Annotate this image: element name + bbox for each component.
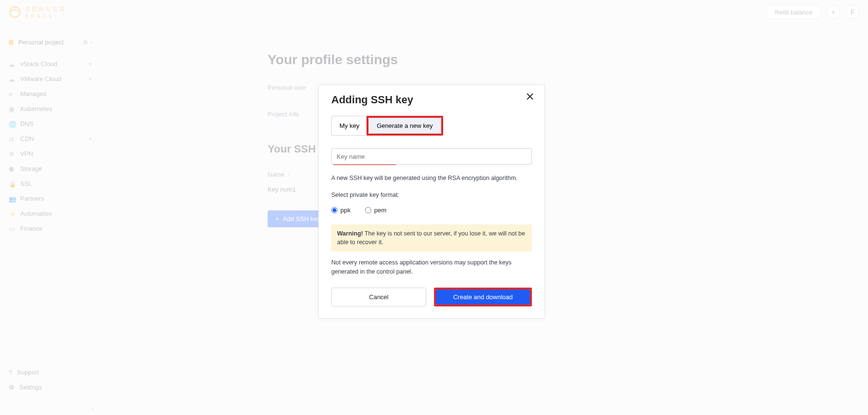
sidebar-item-label: Kubernetes (20, 105, 53, 112)
avatar[interactable]: F (846, 5, 859, 19)
sidebar-item-label: Partners (20, 195, 44, 202)
bolt-icon: ⚡ (9, 210, 15, 217)
sidebar-item-settings[interactable]: ⚙Settings (3, 380, 98, 395)
col-name: Name (268, 171, 285, 178)
project-name: Personal project (18, 39, 64, 46)
plus-icon[interactable]: + (88, 135, 92, 142)
sidebar-item-vmware-cloud[interactable]: ☁VMware Cloud+ (3, 71, 98, 86)
radio-ppk[interactable]: ppk (331, 207, 351, 214)
warning-box: Warning! The key is not sent to our serv… (331, 224, 532, 251)
sort-icon[interactable]: ↑ (287, 171, 291, 178)
tab-my-key[interactable]: My key (331, 116, 367, 136)
sidebar-item-kubernetes[interactable]: ▣Kubernetes (3, 101, 98, 116)
sidebar-item-label: VMware Cloud (20, 75, 61, 83)
hint-rsa: A new SSH key will be generated using th… (331, 174, 532, 183)
create-and-download-button[interactable]: Create and download (436, 290, 530, 304)
sidebar-item-support[interactable]: ?Support (3, 365, 98, 380)
gear-icon: ⚙ (9, 384, 14, 391)
logo-icon (9, 6, 21, 18)
sidebar-item-partners[interactable]: 👥Partners (3, 191, 98, 206)
warning-bold: Warning! (337, 230, 363, 237)
tab-project-info[interactable]: Project info (268, 111, 299, 118)
key-name-input[interactable] (331, 148, 532, 165)
sidebar-item-label: DNS (20, 120, 33, 127)
modal-title: Adding SSH key (331, 94, 532, 106)
cloud-icon: ☁ (9, 61, 15, 68)
sliders-icon: ≡ (9, 91, 15, 97)
tab-personal-user[interactable]: Personal user (268, 84, 306, 91)
highlight-create-button: Create and download (434, 288, 532, 306)
sidebar-item-finance[interactable]: ▭Finance (3, 221, 98, 236)
radio-pem-input[interactable] (365, 207, 371, 213)
add-ssh-key-modal: Adding SSH key My key Generate a new key… (318, 84, 545, 318)
users-icon: 👥 (9, 195, 15, 202)
sidebar-item-label: VPN (20, 150, 33, 157)
topbar: SERVER SPACE Refill balance + F (0, 0, 868, 24)
sidebar-item-dns[interactable]: 🌐DNS (3, 116, 98, 131)
sidebar-item-vstack-cloud[interactable]: ☁vStack Cloud+ (3, 56, 98, 71)
topbar-right: Refill balance + F (767, 5, 859, 19)
sidebar-item-ssl[interactable]: 🔒SSL (3, 176, 98, 191)
card-icon: ▭ (9, 225, 15, 232)
format-label: Select private key format: (331, 191, 532, 200)
tab-generate-new-key[interactable]: Generate a new key (368, 118, 441, 134)
sidebar-nav: ☁vStack Cloud+☁VMware Cloud+≡Managed▣Kub… (0, 56, 101, 360)
sidebar-item-automation[interactable]: ⚡Automation (3, 206, 98, 221)
sidebar-item-label: SSL (20, 180, 32, 187)
sidebar-item-label: vStack Cloud (20, 60, 57, 68)
add-ssh-label: Add SSH key (283, 215, 320, 222)
sidebar-item-label: Finance (20, 225, 42, 232)
lock-icon: 🔒 (9, 180, 15, 187)
globe-icon: 🌐 (9, 121, 15, 127)
sidebar-item-label: Managed (20, 90, 46, 97)
sidebar-item-storage[interactable]: ⬢Storage (3, 161, 98, 176)
brand-top: SERVER (25, 5, 67, 13)
plus-icon[interactable]: + (88, 60, 92, 68)
plus-icon[interactable]: + (88, 75, 92, 83)
sidebar-item-label: CDN (20, 135, 34, 142)
refill-balance-button[interactable]: Refill balance (767, 5, 821, 19)
add-circle-button[interactable]: + (827, 5, 840, 19)
cube-icon: ▣ (9, 106, 15, 112)
brand-logo: SERVER SPACE (9, 5, 67, 19)
sidebar-item-label: Storage (20, 165, 42, 172)
sidebar-bottom: ?Support⚙Settings (0, 360, 101, 401)
sidebar-item-label: Settings (19, 384, 42, 391)
radio-ppk-label: ppk (340, 207, 351, 214)
sidebar-item-cdn[interactable]: ⇄CDN+ (3, 131, 98, 146)
sidebar-item-managed[interactable]: ≡Managed (3, 86, 98, 101)
disk-icon: ⬢ (9, 166, 15, 172)
shield-icon: ⛨ (9, 151, 15, 157)
project-settings-icon[interactable]: ⚙ (82, 39, 88, 46)
key-format-radios: ppk pem (331, 207, 532, 214)
sidebar-item-label: Support (17, 369, 39, 376)
project-color-dot (9, 40, 14, 45)
hint-compat: Not every remote access application vers… (331, 258, 532, 277)
sidebar-collapse-button[interactable]: ‹ (0, 401, 101, 415)
cloud-icon: ☁ (9, 76, 15, 83)
close-icon[interactable] (524, 91, 536, 102)
project-selector[interactable]: Personal project ⚙ › (0, 24, 101, 56)
radio-ppk-input[interactable] (331, 207, 338, 213)
chevron-right-icon[interactable]: › (90, 39, 92, 46)
radio-pem-label: pem (374, 207, 386, 214)
radio-pem[interactable]: pem (365, 207, 386, 214)
warning-text: The key is not sent to our server, if yo… (337, 230, 525, 246)
modal-actions: Cancel Create and download (331, 288, 532, 306)
sidebar-item-vpn[interactable]: ⛨VPN (3, 146, 98, 161)
brand-bottom: SPACE (25, 13, 67, 19)
highlight-generate-tab: Generate a new key (366, 116, 443, 136)
cancel-button[interactable]: Cancel (331, 288, 426, 306)
sidebar: Personal project ⚙ › ☁vStack Cloud+☁VMwa… (0, 24, 101, 415)
sidebar-item-label: Automation (20, 210, 52, 217)
project-actions: ⚙ › (82, 39, 92, 46)
page-title: Your profile settings (268, 52, 868, 68)
network-icon: ⇄ (9, 136, 15, 142)
help-icon: ? (9, 369, 12, 376)
plus-icon: + (275, 215, 279, 222)
